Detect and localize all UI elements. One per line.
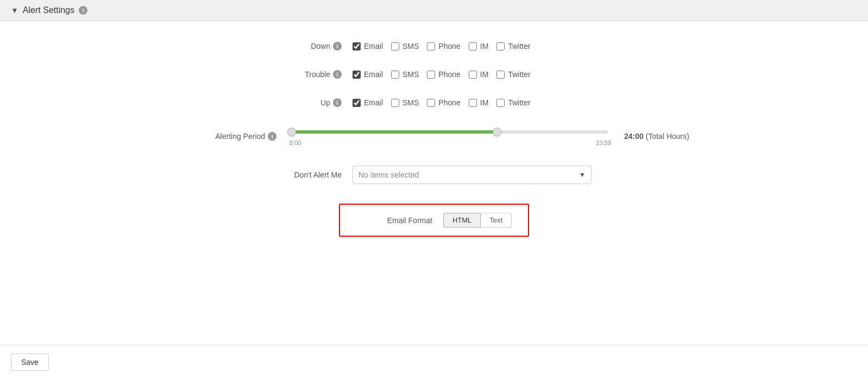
up-email-label: Email bbox=[364, 98, 383, 107]
trouble-twitter-label: Twitter bbox=[508, 70, 530, 79]
chevron-down-icon: ▼ bbox=[11, 6, 18, 15]
slider-end-label: 23:59 bbox=[596, 140, 612, 146]
trouble-controls: Email SMS Phone IM Twitter bbox=[353, 70, 624, 79]
down-email-checkbox[interactable] bbox=[353, 42, 361, 50]
slider-start-label: 0:00 bbox=[290, 140, 301, 146]
trouble-twitter-checkbox[interactable] bbox=[496, 71, 505, 79]
footer: Save bbox=[0, 345, 868, 379]
total-hours: 24:00 (Total Hours) bbox=[624, 132, 689, 141]
up-twitter-group: Twitter bbox=[496, 98, 530, 107]
down-im-group: IM bbox=[469, 42, 489, 50]
alert-settings-header: ▼ Alert Settings i bbox=[0, 0, 868, 21]
total-hours-text: (Total Hours) bbox=[646, 132, 689, 141]
dont-alert-label: Don't Alert Me bbox=[244, 170, 353, 179]
html-format-button[interactable]: HTML bbox=[443, 213, 481, 228]
range-thumb-right[interactable] bbox=[493, 128, 501, 136]
trouble-label: Trouble i bbox=[244, 70, 353, 79]
up-im-label: IM bbox=[480, 98, 489, 107]
trouble-im-checkbox[interactable] bbox=[469, 71, 477, 79]
down-info-icon: i bbox=[333, 42, 342, 50]
up-email-group: Email bbox=[353, 98, 383, 107]
down-email-group: Email bbox=[353, 42, 383, 50]
trouble-email-group: Email bbox=[353, 70, 383, 79]
dont-alert-dropdown-text: No items selected bbox=[353, 170, 574, 179]
page-title: Alert Settings bbox=[23, 5, 74, 15]
trouble-phone-label: Phone bbox=[438, 70, 460, 79]
trouble-im-label: IM bbox=[480, 70, 489, 79]
range-thumb-left[interactable] bbox=[287, 128, 296, 136]
down-sms-checkbox[interactable] bbox=[391, 42, 399, 50]
header-info-icon: i bbox=[79, 6, 87, 15]
up-sms-label: SMS bbox=[402, 98, 419, 107]
text-format-button[interactable]: Text bbox=[481, 213, 512, 228]
down-label: Down i bbox=[244, 42, 353, 50]
trouble-sms-label: SMS bbox=[402, 70, 419, 79]
trouble-phone-checkbox[interactable] bbox=[427, 71, 435, 79]
down-email-label: Email bbox=[364, 42, 383, 50]
trouble-sms-checkbox[interactable] bbox=[391, 71, 399, 79]
up-sms-checkbox[interactable] bbox=[391, 99, 399, 107]
up-phone-label: Phone bbox=[438, 98, 460, 107]
trouble-info-icon: i bbox=[333, 70, 342, 79]
main-content: Down i Email SMS Phone IM bbox=[0, 21, 868, 345]
down-phone-label: Phone bbox=[438, 42, 460, 50]
save-button[interactable]: Save bbox=[11, 353, 49, 371]
up-im-group: IM bbox=[469, 98, 489, 107]
trouble-phone-group: Phone bbox=[427, 70, 460, 79]
down-im-checkbox[interactable] bbox=[469, 42, 477, 50]
up-twitter-checkbox[interactable] bbox=[496, 99, 505, 107]
email-format-label: Email Format bbox=[356, 216, 443, 225]
down-im-label: IM bbox=[480, 42, 489, 50]
total-hours-value: 24:00 bbox=[624, 132, 644, 141]
up-twitter-label: Twitter bbox=[508, 98, 530, 107]
alerting-period-row: Alerting Period i 0:00 23:59 bbox=[0, 117, 868, 156]
email-format-toggle-buttons: HTML Text bbox=[443, 213, 512, 228]
down-twitter-group: Twitter bbox=[496, 42, 530, 50]
dropdown-arrow-icon: ▼ bbox=[574, 171, 591, 179]
alerting-period-inner: 0:00 23:59 24:00 (Total Hours) bbox=[287, 127, 689, 146]
slider-container: 0:00 23:59 bbox=[287, 127, 613, 146]
trouble-email-label: Email bbox=[364, 70, 383, 79]
range-fill bbox=[294, 130, 499, 134]
trouble-email-checkbox[interactable] bbox=[353, 71, 361, 79]
down-sms-label: SMS bbox=[402, 42, 419, 50]
up-row: Up i Email SMS Phone IM bbox=[0, 89, 868, 117]
down-controls: Email SMS Phone IM Twitter bbox=[353, 42, 624, 50]
dont-alert-row: Don't Alert Me No items selected ▼ bbox=[0, 156, 868, 194]
up-info-icon: i bbox=[333, 98, 342, 107]
up-label: Up i bbox=[244, 98, 353, 107]
down-row: Down i Email SMS Phone IM bbox=[0, 32, 868, 60]
dual-range-container bbox=[287, 127, 608, 137]
trouble-sms-group: SMS bbox=[391, 70, 419, 79]
down-phone-checkbox[interactable] bbox=[427, 42, 435, 50]
up-email-checkbox[interactable] bbox=[353, 99, 361, 107]
up-phone-checkbox[interactable] bbox=[427, 99, 435, 107]
down-twitter-checkbox[interactable] bbox=[496, 42, 505, 50]
email-format-wrapper: Email Format HTML Text bbox=[339, 204, 529, 237]
up-phone-group: Phone bbox=[427, 98, 460, 107]
trouble-row: Trouble i Email SMS Phone IM bbox=[0, 60, 868, 89]
trouble-im-group: IM bbox=[469, 70, 489, 79]
slider-labels: 0:00 23:59 bbox=[287, 140, 613, 146]
down-phone-group: Phone bbox=[427, 42, 460, 50]
dont-alert-dropdown[interactable]: No items selected ▼ bbox=[353, 166, 592, 184]
alerting-period-info-icon: i bbox=[268, 132, 276, 141]
down-sms-group: SMS bbox=[391, 42, 419, 50]
up-im-checkbox[interactable] bbox=[469, 99, 477, 107]
dont-alert-controls: No items selected ▼ bbox=[353, 166, 624, 184]
alerting-period-label: Alerting Period i bbox=[179, 132, 287, 141]
email-format-row: Email Format HTML Text bbox=[0, 194, 868, 247]
page-wrapper: ▼ Alert Settings i Down i Email SMS bbox=[0, 0, 868, 379]
trouble-twitter-group: Twitter bbox=[496, 70, 530, 79]
up-controls: Email SMS Phone IM Twitter bbox=[353, 98, 624, 107]
down-twitter-label: Twitter bbox=[508, 42, 530, 50]
up-sms-group: SMS bbox=[391, 98, 419, 107]
